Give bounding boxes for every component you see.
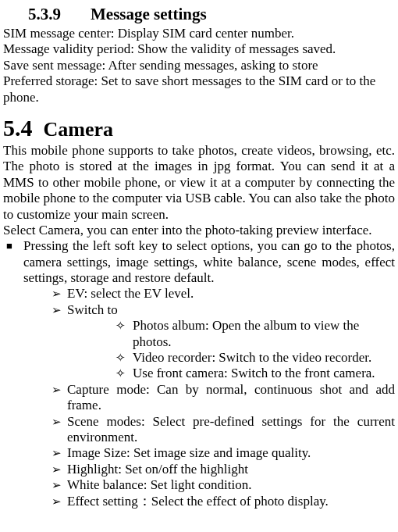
list-item-text: Effect setting：Select the effect of phot… xyxy=(67,494,329,509)
list-item: Use front camera: Switch to the front ca… xyxy=(67,366,395,381)
body-line: Preferred storage: Set to save short mes… xyxy=(3,73,395,105)
list-item-text: White balance: Set light condition. xyxy=(67,477,252,492)
list-item-text: Switch to xyxy=(67,302,118,317)
list-level3: Photos album: Open the album to view the… xyxy=(67,318,395,382)
list-item: Photos album: Open the album to view the… xyxy=(67,318,395,350)
list-item-text: Pressing the left soft key to select opt… xyxy=(23,238,395,285)
list-item-text: Highlight: Set on/off the highlight xyxy=(67,462,248,477)
list-item-text: EV: select the EV level. xyxy=(67,286,194,301)
list-item-text: Photos album: Open the album to view the… xyxy=(133,318,359,348)
document-page: 5.3.9Message settings SIM message center… xyxy=(0,0,398,517)
list-level2: EV: select the EV level. Switch to Photo… xyxy=(23,286,395,509)
list-item: White balance: Set light condition. xyxy=(23,477,395,493)
paragraph: This mobile phone supports to take photo… xyxy=(3,143,395,223)
list-item: Scene modes: Select pre-defined settings… xyxy=(23,414,395,446)
list-level1: Pressing the left soft key to select opt… xyxy=(3,238,395,509)
list-item: EV: select the EV level. xyxy=(23,286,395,302)
chapter-body-54: This mobile phone supports to take photo… xyxy=(3,143,395,509)
list-item-text: Capture mode: Can by normal, continuous … xyxy=(67,382,395,412)
body-line: Message validity period: Show the validi… xyxy=(3,41,395,57)
list-item-text: Scene modes: Select pre-defined settings… xyxy=(67,414,395,445)
list-item: Video recorder: Switch to the video reco… xyxy=(67,350,395,366)
chapter-heading-54: 5.4Camera xyxy=(3,115,395,141)
list-item: Switch to Photos album: Open the album t… xyxy=(23,302,395,382)
list-item: Image Size: Set image size and image qua… xyxy=(23,445,395,461)
section-body-539: SIM message center: Display SIM card cen… xyxy=(3,26,395,105)
chapter-number: 5.4 xyxy=(3,115,33,141)
list-item: Highlight: Set on/off the highlight xyxy=(23,462,395,477)
list-item-text: Use front camera: Switch to the front ca… xyxy=(133,366,375,380)
section-number: 5.3.9 xyxy=(3,5,91,24)
body-line: SIM message center: Display SIM card cen… xyxy=(3,26,395,41)
chapter-title: Camera xyxy=(44,118,114,141)
paragraph: Select Camera, you can enter into the ph… xyxy=(3,223,395,238)
list-item: Pressing the left soft key to select opt… xyxy=(3,238,395,509)
body-line: Save sent message: After sending message… xyxy=(3,58,395,73)
section-title: Message settings xyxy=(91,5,207,23)
list-item: Effect setting：Select the effect of phot… xyxy=(23,494,395,509)
list-item-text: Image Size: Set image size and image qua… xyxy=(67,445,311,460)
list-item: Capture mode: Can by normal, continuous … xyxy=(23,382,395,414)
list-item-text: Video recorder: Switch to the video reco… xyxy=(133,350,371,365)
section-heading-539: 5.3.9Message settings xyxy=(3,5,395,24)
